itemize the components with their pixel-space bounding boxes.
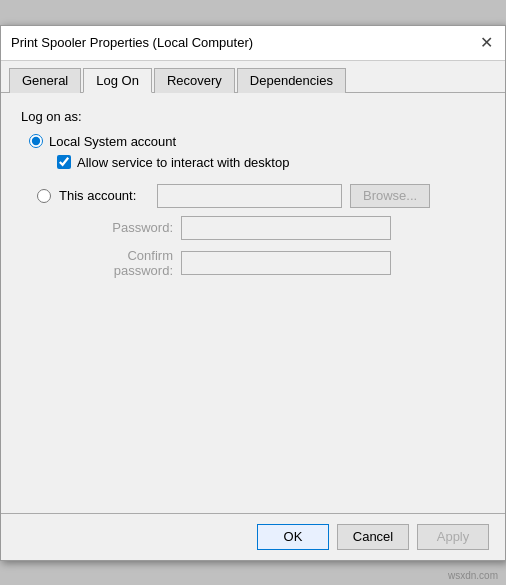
tab-logon[interactable]: Log On: [83, 68, 152, 93]
local-system-row: Local System account: [29, 134, 485, 149]
this-account-row: This account: Browse...: [37, 184, 485, 208]
apply-button[interactable]: Apply: [417, 524, 489, 550]
tab-recovery[interactable]: Recovery: [154, 68, 235, 93]
this-account-label: This account:: [59, 188, 149, 203]
allow-desktop-checkbox[interactable]: [57, 155, 71, 169]
local-system-radio[interactable]: [29, 134, 43, 148]
allow-desktop-row: Allow service to interact with desktop: [57, 155, 485, 170]
browse-button[interactable]: Browse...: [350, 184, 430, 208]
password-row: Password:: [65, 216, 485, 240]
this-account-radio[interactable]: [37, 189, 51, 203]
tab-general[interactable]: General: [9, 68, 81, 93]
ok-button[interactable]: OK: [257, 524, 329, 550]
tab-content: Log on as: Local System account Allow se…: [1, 93, 505, 513]
confirm-password-label: Confirm password:: [65, 248, 173, 278]
window: Print Spooler Properties (Local Computer…: [0, 25, 506, 561]
bottom-bar: OK Cancel Apply: [1, 513, 505, 560]
radio-group: Local System account Allow service to in…: [29, 134, 485, 278]
log-on-as-label: Log on as:: [21, 109, 485, 124]
this-account-input[interactable]: [157, 184, 342, 208]
confirm-password-row: Confirm password:: [65, 248, 485, 278]
password-label: Password:: [65, 220, 173, 235]
title-bar: Print Spooler Properties (Local Computer…: [1, 26, 505, 61]
window-title: Print Spooler Properties (Local Computer…: [11, 35, 253, 50]
tab-bar: General Log On Recovery Dependencies: [1, 61, 505, 93]
confirm-password-input[interactable]: [181, 251, 391, 275]
local-system-label: Local System account: [49, 134, 176, 149]
close-button[interactable]: ✕: [477, 34, 495, 52]
tab-dependencies[interactable]: Dependencies: [237, 68, 346, 93]
watermark: wsxdn.com: [448, 570, 498, 581]
cancel-button[interactable]: Cancel: [337, 524, 409, 550]
allow-desktop-label: Allow service to interact with desktop: [77, 155, 289, 170]
password-input[interactable]: [181, 216, 391, 240]
